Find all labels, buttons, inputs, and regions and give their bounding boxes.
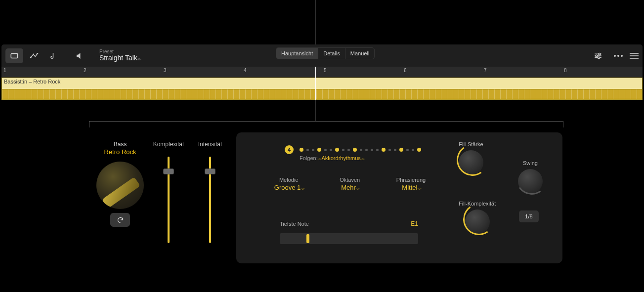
- ruler-mark: 4: [244, 68, 247, 73]
- list-menu-icon[interactable]: [630, 53, 639, 59]
- lowest-note-thumb[interactable]: [306, 234, 309, 243]
- fill-strength-knob[interactable]: [459, 150, 483, 175]
- region-view-icon[interactable]: [5, 48, 23, 63]
- swing-knob[interactable]: [518, 169, 543, 194]
- instrument-style[interactable]: Retro Rock: [93, 148, 147, 156]
- intensity-slider[interactable]: [209, 157, 211, 243]
- phrasing-value: Mittel: [396, 184, 426, 191]
- phrasing-label: Phrasierung: [396, 177, 426, 183]
- volume-icon[interactable]: [71, 48, 88, 63]
- view-segmented-control: Hauptansicht Details Manuell: [276, 47, 375, 59]
- ruler-mark: 8: [564, 68, 567, 73]
- bass-region[interactable]: Bassist:in – Retro Rock: [1, 78, 643, 100]
- editor-bracket: [89, 121, 563, 128]
- ruler-mark: 3: [164, 68, 167, 73]
- region-waveform: [2, 89, 642, 99]
- playhead[interactable]: [315, 67, 316, 100]
- ruler-mark: 2: [84, 68, 86, 73]
- svg-rect-0: [11, 53, 18, 58]
- octaves-param[interactable]: Oktaven Mehr: [340, 177, 360, 191]
- svg-point-3: [37, 53, 38, 54]
- svg-point-4: [599, 53, 601, 55]
- tab-details[interactable]: Details: [318, 48, 345, 59]
- fill-complexity-knob[interactable]: [465, 209, 490, 234]
- tab-hauptansicht[interactable]: Hauptansicht: [276, 48, 318, 59]
- intensity-label: Intensität: [193, 141, 227, 148]
- ruler-mark: 6: [404, 68, 407, 73]
- instrument-image[interactable]: [96, 162, 144, 209]
- settings-sliders-icon[interactable]: [589, 48, 607, 63]
- instrument-type-label: Bass: [93, 141, 147, 148]
- lowest-note-value: E1: [411, 220, 418, 227]
- svg-point-5: [596, 55, 598, 57]
- editor-header: Preset Straight Talk Hauptansicht Detail…: [1, 44, 643, 67]
- melody-label: Melodie: [274, 177, 303, 183]
- lowest-note-slider[interactable]: [280, 233, 418, 244]
- region-name: Bassist:in – Retro Rock: [4, 79, 60, 84]
- more-menu-icon[interactable]: [614, 55, 623, 57]
- octaves-label: Oktaven: [340, 177, 360, 183]
- pattern-step-current[interactable]: 4: [285, 145, 294, 154]
- follow-setting[interactable]: Folgen: Akkordrhythmus: [300, 155, 363, 161]
- regenerate-button[interactable]: [110, 213, 130, 227]
- follow-value: Akkordrhythmus: [321, 155, 363, 161]
- pattern-steps[interactable]: 4: [285, 145, 421, 154]
- octaves-value: Mehr: [340, 184, 360, 191]
- complexity-label: Komplexität: [151, 141, 186, 148]
- timeline-ruler[interactable]: 1 2 3 4 5 6 7 8: [1, 67, 643, 78]
- svg-point-1: [30, 56, 32, 58]
- phrasing-param[interactable]: Phrasierung Mittel: [396, 177, 426, 191]
- refresh-icon: [117, 216, 124, 224]
- ruler-mark: 5: [324, 68, 327, 73]
- ruler-mark: 1: [3, 68, 6, 73]
- melody-param[interactable]: Melodie Groove 1: [274, 177, 303, 191]
- melody-value: Groove 1: [274, 184, 303, 191]
- svg-point-6: [598, 56, 600, 58]
- preset-name: Straight Talk: [99, 54, 140, 62]
- details-card: 4 Folgen: Akkordrhythmus Melodie Groove …: [236, 132, 562, 263]
- ruler-mark: 7: [484, 68, 487, 73]
- preset-selector[interactable]: Preset Straight Talk: [99, 49, 140, 62]
- automation-view-icon[interactable]: [25, 48, 43, 63]
- tab-manuell[interactable]: Manuell: [345, 48, 375, 59]
- complexity-slider[interactable]: [168, 157, 170, 243]
- score-view-icon[interactable]: [45, 48, 63, 63]
- follow-label: Folgen:: [300, 155, 320, 161]
- svg-point-2: [33, 53, 34, 55]
- swing-division-chip[interactable]: 1/8: [519, 210, 539, 222]
- lowest-note-label: Tiefste Note: [280, 221, 309, 227]
